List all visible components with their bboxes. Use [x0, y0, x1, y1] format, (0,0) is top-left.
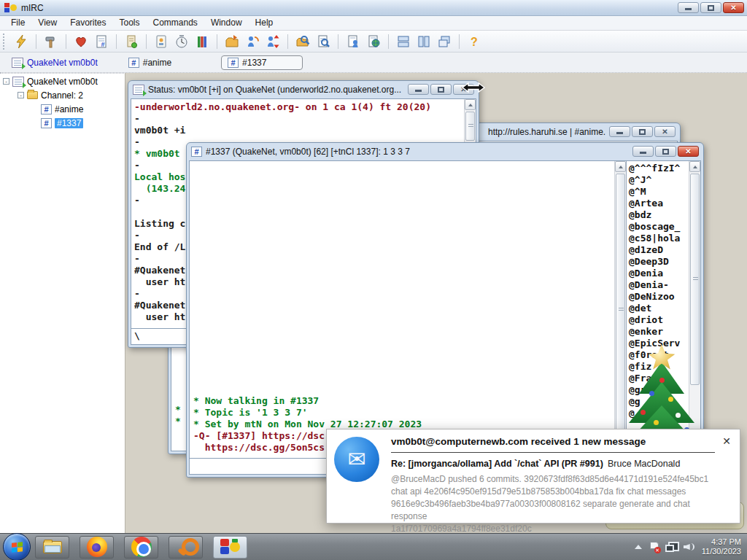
nick-item[interactable]: @Denia: [629, 268, 689, 279]
menu-tools[interactable]: Tools: [113, 16, 147, 30]
nick-item[interactable]: @driot: [629, 314, 689, 326]
scroll-up-button[interactable]: [615, 161, 626, 172]
magnifier-icon: [177, 537, 196, 556]
connect-icon[interactable]: [13, 34, 29, 50]
bookshelf-icon[interactable]: [194, 34, 210, 50]
dcc-chat-icon[interactable]: [244, 34, 260, 50]
minimize-button[interactable]: [408, 84, 429, 95]
url-list-icon[interactable]: [365, 34, 382, 50]
nick-item[interactable]: @gr: [629, 384, 689, 396]
tree-item-anime[interactable]: # #anime: [0, 103, 125, 115]
notification-sender: Bruce MacDonald: [608, 459, 680, 469]
status-titlebar[interactable]: Status: vm0b0t [+i] on QuakeNet (underwo…: [128, 81, 479, 98]
channels-list-icon[interactable]: #: [93, 34, 109, 50]
nick-item[interactable]: @Deep3D: [629, 256, 689, 268]
nick-item[interactable]: @Artea: [629, 198, 689, 209]
channel-1337-window[interactable]: # #1337 (QuakeNet, vm0b0t) [62] [+tnCl 1…: [186, 142, 704, 478]
scroll-up-button[interactable]: [465, 99, 476, 110]
maximize-button[interactable]: [632, 126, 653, 137]
scroll-thumb[interactable]: [465, 112, 475, 141]
help-icon[interactable]: ?: [466, 34, 482, 50]
nick-item[interactable]: @c58|hola: [629, 233, 689, 244]
menu-file[interactable]: File: [4, 16, 31, 30]
system-tray: 4:37 PM 11/30/2023: [635, 537, 747, 556]
menu-commands[interactable]: Commands: [147, 16, 204, 30]
start-button[interactable]: [3, 533, 31, 560]
nick-item[interactable]: @g: [629, 396, 689, 408]
scroll-thumb[interactable]: [690, 174, 700, 385]
nick-item[interactable]: @DeNizoo: [629, 291, 689, 303]
minimize-button[interactable]: [678, 2, 699, 13]
maximize-button[interactable]: [430, 84, 452, 95]
nick-item[interactable]: @boscage_: [629, 221, 689, 233]
notification-close-icon[interactable]: ✕: [722, 435, 731, 447]
status-line: -: [134, 113, 462, 125]
thunderbird-notification[interactable]: ✉ vm0b0t@computernewb.com received 1 new…: [326, 429, 740, 524]
collapse-icon[interactable]: -: [3, 78, 9, 85]
tree-item-server[interactable]: - QuakeNet vm0b0t: [0, 75, 125, 88]
nick-item[interactable]: @EpicServ: [629, 338, 689, 349]
options-icon[interactable]: [43, 34, 59, 50]
collapse-icon[interactable]: -: [18, 92, 24, 98]
nicklist-scrollbar[interactable]: [689, 161, 700, 456]
taskbar-firefox[interactable]: [80, 536, 114, 559]
close-button[interactable]: ✕: [654, 126, 676, 137]
taskbar-chrome[interactable]: [124, 536, 158, 559]
scripts-editor-icon[interactable]: [123, 34, 139, 50]
action-center-icon[interactable]: [649, 541, 659, 553]
nick-item[interactable]: @^M: [629, 186, 689, 198]
nick-item[interactable]: @Fra: [629, 373, 689, 384]
nick-item[interactable]: @^J^: [629, 174, 689, 186]
taskbar-mirc[interactable]: [213, 536, 247, 559]
dcc-voice-icon[interactable]: [265, 34, 281, 50]
tile-horizontally-icon[interactable]: [395, 34, 411, 50]
menu-window[interactable]: Window: [204, 16, 249, 30]
notify-list-icon[interactable]: [345, 34, 361, 50]
switchbar-tab-1337[interactable]: # #1337: [221, 55, 303, 70]
nick-item[interactable]: @Denia-: [629, 279, 689, 291]
nick-item[interactable]: @bdz: [629, 209, 689, 221]
scroll-up-button[interactable]: [689, 161, 700, 172]
scroll-thumb[interactable]: [616, 174, 625, 446]
nick-item[interactable]: @: [629, 408, 689, 419]
tray-expand-icon[interactable]: [635, 545, 642, 549]
minimize-button[interactable]: [609, 126, 630, 137]
channel-content: * Now talking in #1337* Topic is '1 3 3 …: [189, 160, 701, 475]
close-button[interactable]: ✕: [723, 2, 744, 13]
nick-item[interactable]: @^^^fIzI^: [629, 163, 689, 174]
nick-item[interactable]: @det: [629, 303, 689, 314]
nick-item[interactable]: @enker: [629, 326, 689, 338]
minimize-button[interactable]: [632, 146, 654, 157]
taskbar-search[interactable]: [169, 536, 203, 559]
text-scrollbar[interactable]: [614, 161, 626, 458]
menu-help[interactable]: Help: [249, 16, 280, 30]
menu-favorites[interactable]: Favorites: [63, 16, 112, 30]
channel-title: #1337 (QuakeNet, vm0b0t) [62] [+tnCl 133…: [206, 147, 629, 157]
maximize-button[interactable]: [655, 146, 676, 157]
address-book-icon[interactable]: [153, 34, 169, 50]
tree-item-1337[interactable]: # #1337: [0, 117, 125, 129]
dcc-send-icon[interactable]: [224, 34, 240, 50]
find-file-icon[interactable]: [295, 34, 311, 50]
nick-item[interactable]: @f0rest: [629, 349, 689, 361]
channel-titlebar[interactable]: # #1337 (QuakeNet, vm0b0t) [62] [+tnCl 1…: [187, 143, 703, 160]
volume-icon[interactable]: [684, 542, 695, 552]
favorites-icon[interactable]: [73, 34, 89, 50]
tile-vertically-icon[interactable]: [416, 34, 432, 50]
nick-item[interactable]: @fiz: [629, 361, 689, 373]
maximize-button[interactable]: [700, 2, 721, 13]
menu-view[interactable]: View: [31, 16, 63, 30]
clock[interactable]: 4:37 PM 11/30/2023: [702, 537, 741, 556]
taskbar-explorer[interactable]: [35, 536, 69, 559]
notification-subject[interactable]: Re: [jmorganca/ollama] Add `/chat` API (…: [391, 459, 603, 469]
cascade-icon[interactable]: [436, 34, 452, 50]
switchbar-tab-status[interactable]: QuakeNet vm0b0t: [6, 56, 104, 69]
tree-item-channel-folder[interactable]: - Channel: 2: [0, 89, 125, 101]
find-text-icon[interactable]: [315, 34, 331, 50]
close-button[interactable]: ✕: [678, 146, 699, 157]
network-icon[interactable]: [665, 542, 677, 552]
timer-icon[interactable]: [174, 34, 190, 50]
switchbar-tab-anime[interactable]: # #anime: [123, 56, 177, 69]
nick-item[interactable]: @d1zeD: [629, 244, 689, 256]
chat-line: * Topic is '1 3 3 7': [193, 407, 611, 419]
